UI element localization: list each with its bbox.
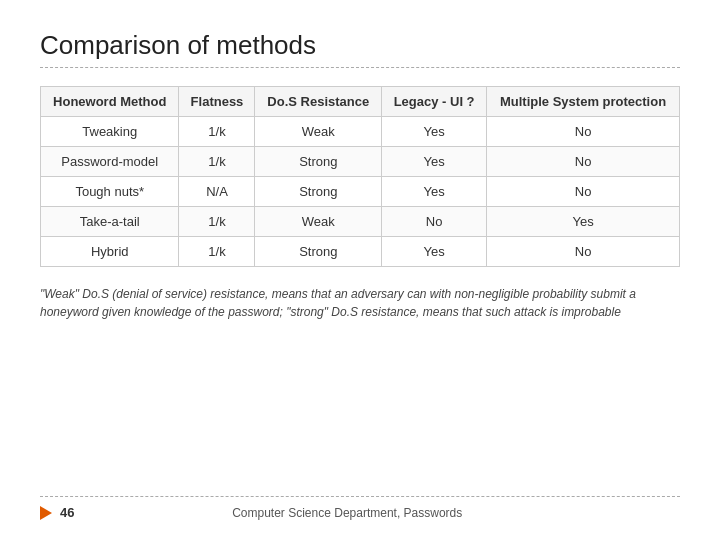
cell-1-0: Password-model — [41, 147, 179, 177]
cell-1-3: Yes — [382, 147, 487, 177]
page-number: 46 — [60, 505, 74, 520]
footer-left: 46 — [40, 505, 74, 520]
cell-0-4: No — [487, 117, 680, 147]
table-row: Tough nuts*N/AStrongYesNo — [41, 177, 680, 207]
cell-3-4: Yes — [487, 207, 680, 237]
cell-3-2: Weak — [255, 207, 382, 237]
table-row: Hybrid1/kStrongYesNo — [41, 237, 680, 267]
col-header-1: Flatness — [179, 87, 255, 117]
cell-2-2: Strong — [255, 177, 382, 207]
footnote: "Weak" Do.S (denial of service) resistan… — [40, 285, 680, 321]
cell-2-4: No — [487, 177, 680, 207]
cell-1-1: 1/k — [179, 147, 255, 177]
comparison-table-container: Honeword Method Flatness Do.S Resistance… — [40, 86, 680, 267]
table-header-row: Honeword Method Flatness Do.S Resistance… — [41, 87, 680, 117]
cell-3-1: 1/k — [179, 207, 255, 237]
table-row: Take-a-tail1/kWeakNoYes — [41, 207, 680, 237]
table-row: Tweaking1/kWeakYesNo — [41, 117, 680, 147]
slide: Comparison of methods Honeword Method Fl… — [0, 0, 720, 540]
col-header-0: Honeword Method — [41, 87, 179, 117]
col-header-4: Multiple System protection — [487, 87, 680, 117]
cell-4-0: Hybrid — [41, 237, 179, 267]
col-header-3: Legacy - UI ? — [382, 87, 487, 117]
cell-3-3: No — [382, 207, 487, 237]
col-header-2: Do.S Resistance — [255, 87, 382, 117]
cell-0-2: Weak — [255, 117, 382, 147]
table-row: Password-model1/kStrongYesNo — [41, 147, 680, 177]
cell-2-1: N/A — [179, 177, 255, 207]
cell-1-4: No — [487, 147, 680, 177]
cell-4-1: 1/k — [179, 237, 255, 267]
cell-4-2: Strong — [255, 237, 382, 267]
cell-4-4: No — [487, 237, 680, 267]
cell-3-0: Take-a-tail — [41, 207, 179, 237]
footer-center-text: Computer Science Department, Passwords — [232, 506, 462, 520]
page-title: Comparison of methods — [40, 30, 680, 61]
comparison-table: Honeword Method Flatness Do.S Resistance… — [40, 86, 680, 267]
footer: 46 Computer Science Department, Password… — [40, 496, 680, 520]
cell-0-0: Tweaking — [41, 117, 179, 147]
cell-0-3: Yes — [382, 117, 487, 147]
title-divider — [40, 67, 680, 68]
cell-2-0: Tough nuts* — [41, 177, 179, 207]
cell-0-1: 1/k — [179, 117, 255, 147]
cell-4-3: Yes — [382, 237, 487, 267]
cell-2-3: Yes — [382, 177, 487, 207]
cell-1-2: Strong — [255, 147, 382, 177]
footer-arrow-icon — [40, 506, 52, 520]
